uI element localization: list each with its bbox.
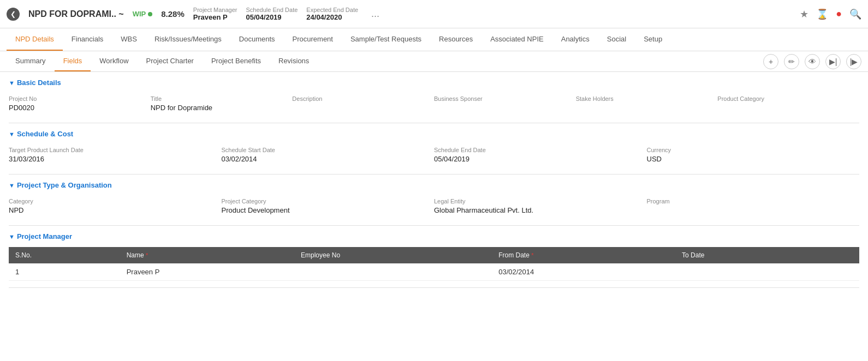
basic-details-section: ▼ Basic Details Project No PD0020 Title … [9,79,859,123]
col-to-date: To Date [675,247,810,263]
view-icon-button[interactable]: 👁 [805,54,820,69]
field-currency: Currency USD [647,145,860,167]
schedule-cost-fields: Target Product Launch Date 31/03/2016 Sc… [9,145,859,167]
field-product-category: Product Category [717,93,859,116]
tab-risk-issues-meetings[interactable]: Risk/Issues/Meetings [146,28,230,51]
sub-tabs: Summary Fields Workflow Project Charter … [0,51,868,72]
field-project-category: Project Category Product Development [222,196,435,219]
col-name: Name * [120,247,294,263]
circle-icon[interactable]: ● [836,8,842,20]
field-category: Category NPD [9,196,222,219]
table-row: 1 Praveen P 03/02/2014 [9,263,859,281]
field-stake-holders: Stake Holders [576,93,718,116]
field-business-sponser: Business Sponser [434,93,576,116]
project-manager-header[interactable]: ▼ Project Manager [9,232,859,240]
field-schedule-start-date: Schedule Start Date 03/02/2014 [222,145,435,167]
field-title: Title NPD for Dopramide [151,93,293,116]
top-bar: ❮ NPD FOR DOPRAMI.. ~ WIP 8.28% Project … [0,0,868,28]
col-employee-no: Employee No [294,247,492,263]
project-type-org-header[interactable]: ▼ Project Type & Organisation [9,181,859,189]
cell-name: Praveen P [120,263,294,281]
skip-icon-button[interactable]: |▶ [846,54,861,69]
subtab-revisions[interactable]: Revisions [270,51,318,71]
cell-from-date: 03/02/2014 [492,263,675,281]
back-button[interactable]: ❮ [7,8,20,21]
tab-social[interactable]: Social [598,28,635,51]
main-content: ▼ Basic Details Project No PD0020 Title … [0,79,868,305]
star-icon[interactable]: ★ [800,8,808,20]
chevron-down-icon: ▼ [9,182,15,189]
tab-npd-details[interactable]: NPD Details [7,28,63,51]
cell-to-date [675,263,810,281]
project-type-org-section: ▼ Project Type & Organisation Category N… [9,181,859,226]
subtab-fields[interactable]: Fields [55,51,91,71]
table-body: 1 Praveen P 03/02/2014 [9,263,859,281]
chevron-down-icon: ▼ [9,233,15,240]
top-bar-right: ★ ⌛ ● 🔍 [800,8,861,20]
subtab-summary[interactable]: Summary [7,51,55,71]
subtab-workflow[interactable]: Workflow [91,51,137,71]
edit-icon-button[interactable]: ✏ [784,54,799,69]
tab-financials[interactable]: Financials [63,28,112,51]
col-from-date: From Date * [492,247,675,263]
table-header: S.No. Name * Employee No From Date * To … [9,247,859,263]
cell-sno: 1 [9,263,120,281]
field-target-launch-date: Target Product Launch Date 31/03/2016 [9,145,222,167]
project-type-org-fields: Category NPD Project Category Product De… [9,196,859,219]
progress-percent: 8.28% [161,9,185,19]
cell-row-actions [810,263,859,281]
subtab-project-charter[interactable]: Project Charter [138,51,203,71]
basic-details-fields: Project No PD0020 Title NPD for Dopramid… [9,93,859,116]
play-next-icon-button[interactable]: ▶| [825,54,841,69]
field-description: Description [292,93,434,116]
schedule-cost-section: ▼ Schedule & Cost Target Product Launch … [9,130,859,175]
search-icon[interactable]: 🔍 [849,8,861,20]
tab-associated-npie[interactable]: Associated NPIE [481,28,552,51]
project-manager-table: S.No. Name * Employee No From Date * To … [9,247,859,281]
cell-employee-no [294,263,492,281]
chevron-down-icon: ▼ [9,131,15,137]
tab-documents[interactable]: Documents [230,28,284,51]
top-bar-left: ❮ NPD FOR DOPRAMI.. ~ WIP 8.28% Project … [7,7,800,21]
field-program: Program [647,196,860,219]
field-legal-entity: Legal Entity Global Pharmaceutical Pvt. … [434,196,647,219]
nav-tabs: NPD Details Financials WBS Risk/Issues/M… [0,28,868,51]
schedule-cost-header[interactable]: ▼ Schedule & Cost [9,130,859,138]
wip-badge: WIP [133,10,153,18]
hourglass-icon[interactable]: ⌛ [816,8,828,20]
tab-resources[interactable]: Resources [430,28,481,51]
more-button[interactable]: ... [367,8,384,20]
basic-details-header[interactable]: ▼ Basic Details [9,79,859,87]
expected-end-meta: Expected End Date 24/04/2020 [306,7,358,21]
subtab-project-benefits[interactable]: Project Benefits [203,51,270,71]
field-schedule-end-date: Schedule End Date 05/04/2019 [434,145,647,167]
col-actions [810,247,859,263]
schedule-end-meta: Schedule End Date 05/04/2019 [246,7,298,21]
tab-analytics[interactable]: Analytics [552,28,598,51]
tab-procurement[interactable]: Procurement [284,28,342,51]
subtab-actions: + ✏ 👁 ▶| |▶ [763,54,861,69]
col-sno: S.No. [9,247,120,263]
wip-dot [148,12,152,16]
project-manager-section: ▼ Project Manager S.No. Name * Employee … [9,232,859,288]
tab-wbs[interactable]: WBS [112,28,146,51]
field-project-no: Project No PD0020 [9,93,151,116]
project-manager-meta: Project Manager Praveen P [193,7,237,21]
add-icon-button[interactable]: + [763,54,778,69]
tab-sample-test-requests[interactable]: Sample/Test Requests [342,28,430,51]
tab-setup[interactable]: Setup [635,28,671,51]
project-title: NPD FOR DOPRAMI.. ~ [28,9,124,19]
chevron-down-icon: ▼ [9,80,15,86]
